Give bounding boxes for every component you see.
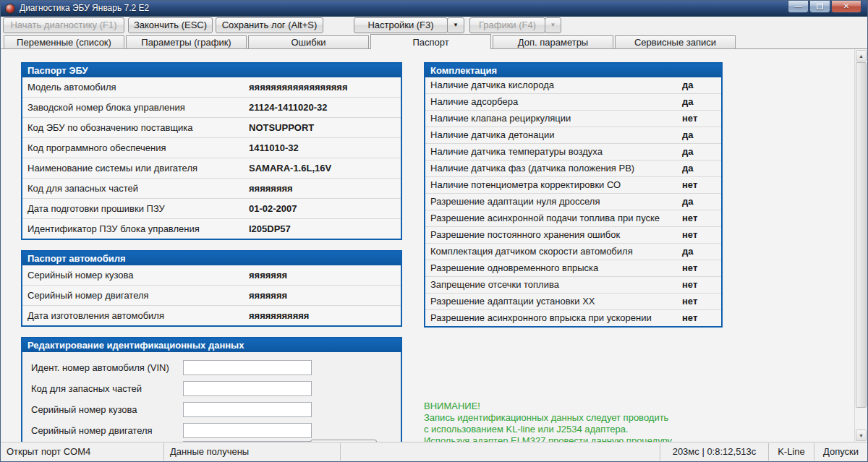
row-label: Серийный номер двигателя [27,290,149,301]
car-passport-row: Серийный номер кузова яяяяяяя [22,265,401,286]
ecu-passport-row: Код ЭБУ по обозначению поставщика NOTSUP… [22,118,401,138]
row-value: нет [682,210,697,226]
row-label: Наличие адсорбера [430,96,518,107]
scrollbar-up-arrow-icon[interactable]: ▲ [856,50,867,61]
warning-line-1: ВНИМАНИЕ! [424,401,672,412]
row-label: Идентификатор ПЗУ блока управления [27,223,200,234]
edit-field-row: Серийный номер двигателя [22,420,401,441]
row-value: яяяяяяя [249,265,287,285]
equipment-panel: Комплектация Наличие датчика кислорода д… [424,62,723,328]
equipment-row: Наличие адсорбера да [425,94,721,111]
row-value: нет [682,111,697,127]
graphs-dropdown-arrow[interactable]: ▼ [545,17,561,33]
ecu-passport-row: Наименование системы или двигателя SAMAR… [22,158,401,179]
row-label: Модель автомобиля [27,82,116,93]
car-passport-header: Паспорт автомобиля [22,252,401,265]
tab-parameters-graph[interactable]: Параметры (график) [126,35,247,48]
tab-passport[interactable]: Паспорт [370,34,491,49]
row-label: Наличие потенциометра корректировки СО [430,179,621,190]
edit-field-row: Код для запасных частей [22,378,401,399]
edit-identification-header: Редактирование идентификационных данных [22,338,401,352]
ecu-passport-panel: Паспорт ЭБУ Модель автомобиля яяяяяяяяяя… [21,62,402,240]
equipment-row: Разрешение асинхронной подачи топлива пр… [425,210,721,227]
row-value: нет [682,294,697,309]
equipment-row: Наличие датчика детонации да [425,127,721,144]
row-label: Запрещение отсечки топлива [430,279,559,290]
start-diagnostics-button[interactable]: Начать диагностику (F1) [3,17,124,33]
equipment-row: Наличие датчика фаз (датчика положения Р… [425,161,721,177]
passport-tab-content: Паспорт ЭБУ Модель автомобиля яяяяяяяяяя… [1,49,867,442]
toolbar: Начать диагностику (F1) Закончить (ESC) … [1,17,867,34]
equipment-header: Комплектация [425,64,721,77]
close-button[interactable]: ✕ [831,1,861,13]
row-value: I205DP57 [249,219,291,239]
tab-service-records[interactable]: Сервисные записи [615,35,736,48]
ecu-passport-row: Код для запасных частей яяяяяяяя [22,179,401,199]
edit-field-row: Идент. номер автомобиля (VIN) [22,357,401,378]
settings-button[interactable]: Настройки (F3) [354,17,448,33]
row-label: Разрешение асинхронного впрыска при уско… [430,312,652,323]
row-value: нет [682,260,697,276]
status-timing: 203мс | 0:8:12,513с [660,443,769,461]
ecu-passport-row: Заводской номер блока управления 21124-1… [22,98,401,118]
car-passport-panel: Паспорт автомобиля Серийный номер кузова… [21,250,402,327]
tab-errors[interactable]: Ошибки [248,35,369,48]
graphs-button[interactable]: Графики (F4) [469,17,545,33]
status-data-received: Данные получены [164,443,341,461]
row-label: Наличие датчика фаз (датчика положения Р… [430,163,634,174]
tab-bar: Переменные (список) Параметры (график) О… [1,34,867,49]
row-label: Код для запасных частей [27,183,138,194]
row-value: 1411010-32 [249,138,299,158]
tab-variables-list[interactable]: Переменные (список) [4,35,124,48]
row-value: да [682,77,693,93]
edit-field-label: Идент. номер автомобиля (VIN) [31,362,183,373]
tab-extra-parameters[interactable]: Доп. параметры [493,35,613,48]
row-value: нет [682,277,697,293]
edit-field-label: Код для запасных частей [31,383,183,394]
equipment-row: Разрешение адаптации нуля дросселя да [425,194,721,210]
settings-dropdown-arrow[interactable]: ▼ [447,17,464,33]
status-port: Открыт порт COM4 [1,443,164,461]
row-label: Разрешение постоянного хранения ошибок [430,229,620,240]
edit-field-input[interactable] [183,360,312,375]
status-bar: Открыт порт COM4 Данные получены 203мс |… [1,442,867,461]
row-label: Дата подготовки прошивки ПЗУ [27,203,165,214]
vertical-scrollbar[interactable]: ▲ ▼ [854,49,867,442]
warning-line-3: с использованием KL-line или J2534 адапт… [424,424,672,435]
row-label: Разрешение асинхронной подачи топлива пр… [430,213,660,223]
row-label: Заводской номер блока управления [27,102,185,113]
minimize-button[interactable]: — [788,1,809,13]
row-label: Код ЭБУ по обозначению поставщика [27,122,193,133]
edit-identification-panel: Редактирование идентификационных данных … [21,337,402,442]
scrollbar-thumb[interactable] [856,62,867,408]
row-value: 21124-1411020-32 [249,98,327,117]
save-log-button[interactable]: Сохранить лог (Alt+S) [216,17,323,33]
row-value: NOTSUPPORT [249,118,314,137]
equipment-row: Комплектация датчиком скорости автомобил… [425,244,721,260]
warning-text: ВНИМАНИЕ! Запись идентификационных данны… [424,401,672,442]
row-value: да [682,194,693,210]
car-passport-row: Дата изготовления автомобиля яяяяяяяяяяя [22,306,401,325]
maximize-button[interactable] [809,1,830,13]
equipment-row: Разрешение асинхронного впрыска при уско… [425,310,721,326]
edit-field-input[interactable] [183,423,312,438]
row-label: Дата изготовления автомобиля [27,310,164,321]
edit-field-row: Серийный номер кузова [22,399,401,420]
scrollbar-down-arrow-icon[interactable]: ▼ [856,429,867,441]
equipment-row: Наличие потенциометра корректировки СО н… [425,177,721,194]
warning-line-2: Запись идентификационных данных следует … [424,412,672,424]
status-empty-cell [341,443,660,461]
row-value: нет [682,227,697,243]
row-value: яяяяяяя [249,286,287,305]
row-value: 01-02-2007 [249,199,297,218]
ecu-passport-row: Код программного обеспечения 1411010-32 [22,138,401,158]
equipment-row: Разрешение адаптации установки ХХ нет [425,294,721,310]
equipment-row: Разрешение постоянного хранения ошибок н… [425,227,721,244]
warning-line-4: Используя адаптер ELM327 провести данную… [424,435,672,442]
row-label: Наличие датчика кислорода [430,80,554,90]
ecu-passport-row: Модель автомобиля яяяяяяяяяяяяяяяяяя [22,77,401,98]
window-title: Диагностика ЭБУ Январь 7.2 E2 [20,1,149,16]
finish-button[interactable]: Закончить (ESC) [128,17,213,33]
edit-field-input[interactable] [183,402,312,417]
edit-field-input[interactable] [183,381,312,396]
